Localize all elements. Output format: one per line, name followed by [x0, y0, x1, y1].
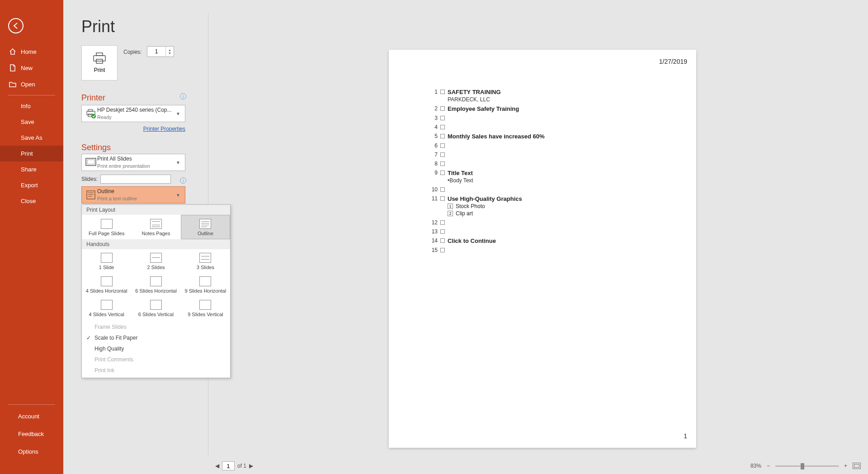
- thumb-icon: [199, 219, 211, 229]
- nav-options[interactable]: Options: [0, 443, 63, 460]
- thumb-icon: [101, 219, 113, 229]
- print-button[interactable]: Print: [81, 45, 118, 81]
- sidebar-divider-bottom: [8, 404, 55, 405]
- outline-number: 4: [429, 124, 438, 130]
- outline-title: Employee Safety Training: [448, 105, 519, 112]
- current-page-input[interactable]: [222, 461, 235, 470]
- outline-row: 9Title Text•Body Text: [429, 170, 678, 184]
- outline-row: 10: [429, 186, 678, 193]
- thumb-icon: [101, 300, 113, 310]
- outline-number: 10: [429, 186, 438, 193]
- outline-content: Click to Continue: [448, 237, 496, 244]
- outline-row: 6: [429, 142, 678, 149]
- zoom-in-button[interactable]: +: [844, 463, 847, 469]
- printer-info-icon[interactable]: i: [180, 93, 186, 100]
- outline-number: 11: [429, 195, 438, 202]
- outline-numbered-sub: 2Clip art: [448, 210, 522, 217]
- svg-rect-13: [87, 191, 95, 199]
- opt-frame-slides: Frame Slides: [82, 322, 230, 332]
- thumb-icon: [150, 219, 162, 229]
- nav-share[interactable]: Share: [0, 161, 63, 177]
- outline-title: Use High-Quality Graphics: [448, 195, 522, 202]
- nav-save[interactable]: Save: [0, 114, 63, 130]
- slides-info-icon[interactable]: i: [180, 177, 186, 184]
- opt-scale-to-fit[interactable]: Scale to Fit Paper: [82, 332, 230, 343]
- copies-stepper[interactable]: ▲▼: [147, 46, 174, 57]
- handout-9h[interactable]: 9 Slides Horizontal: [181, 273, 230, 296]
- nav-open-label: Open: [21, 81, 35, 88]
- printer-dropdown[interactable]: HP Deskjet 2540 series (Cop... Ready ▼: [81, 105, 185, 122]
- handout-6h[interactable]: 6 Slides Horizontal: [131, 273, 180, 296]
- slides-range-input[interactable]: [100, 175, 171, 184]
- copies-spin-arrows[interactable]: ▲▼: [165, 47, 174, 57]
- thumb-icon: [199, 300, 211, 310]
- layout-outline[interactable]: Outline: [181, 215, 230, 239]
- print-what-dropdown[interactable]: Print All Slides Print entire presentati…: [81, 154, 185, 171]
- handout-2[interactable]: 2 Slides: [131, 249, 180, 273]
- nav-info[interactable]: Info: [0, 98, 63, 114]
- outline-row: 8: [429, 161, 678, 167]
- handout-4h[interactable]: 4 Slides Horizontal: [82, 273, 131, 296]
- outline-row: 12: [429, 219, 678, 226]
- nav-new[interactable]: New: [0, 60, 63, 76]
- nav-close[interactable]: Close: [0, 193, 63, 209]
- nav-save-as-label: Save As: [21, 134, 42, 141]
- copies-input[interactable]: [147, 48, 165, 55]
- outline-icon: [85, 190, 97, 200]
- nav-home[interactable]: Home: [0, 43, 63, 60]
- back-button[interactable]: [8, 18, 24, 33]
- handout-4h-label: 4 Slides Horizontal: [86, 288, 127, 294]
- handout-3[interactable]: 3 Slides: [181, 249, 230, 273]
- printer-name: HP Deskjet 2540 series (Cop...: [97, 107, 174, 114]
- layout-dropdown[interactable]: Outline Print a text outline ▼: [81, 186, 185, 204]
- handout-6v[interactable]: 6 Slides Vertical: [131, 296, 180, 320]
- prev-page-button[interactable]: ◀: [215, 463, 219, 469]
- zoom-slider[interactable]: [775, 465, 839, 467]
- slide-box-icon: [440, 90, 445, 94]
- nav-close-label: Close: [21, 198, 36, 204]
- chevron-down-icon: ▼: [174, 193, 182, 198]
- slide-box-icon: [440, 152, 445, 157]
- fit-to-window-button[interactable]: [853, 463, 861, 469]
- handout-9v[interactable]: 9 Slides Vertical: [181, 296, 230, 320]
- page-title: Print: [81, 17, 115, 36]
- nav-print[interactable]: Print: [0, 146, 63, 161]
- handout-4v[interactable]: 4 Slides Vertical: [82, 296, 131, 320]
- print-what-sub: Print entire presentation: [97, 163, 174, 169]
- outline-number: 12: [429, 219, 438, 226]
- svg-rect-12: [87, 160, 94, 164]
- nav-open[interactable]: Open: [0, 76, 63, 92]
- handout-9v-label: 9 Slides Vertical: [188, 312, 223, 317]
- printer-heading: Printer: [81, 93, 105, 103]
- slides-label: Slides:: [81, 176, 98, 182]
- handout-9h-label: 9 Slides Horizontal: [184, 288, 226, 294]
- nav-account[interactable]: Account: [0, 408, 63, 425]
- status-bar: ◀ of 1 ▶ 83% − +: [208, 458, 868, 474]
- thumb-icon: [101, 276, 113, 286]
- nav-feedback[interactable]: Feedback: [0, 425, 63, 443]
- preview-page-number: 1: [684, 432, 687, 440]
- outline-number: 1: [429, 89, 438, 95]
- layout-notes-pages[interactable]: Notes Pages: [131, 215, 180, 239]
- nav-save-as[interactable]: Save As: [0, 130, 63, 146]
- print-preview-page: 1/27/2019 1 1SAFETY TRAININGPARKDECK, LL…: [389, 50, 696, 448]
- layout-full-page-label: Full Page Slides: [89, 231, 125, 236]
- outline-row: 13: [429, 228, 678, 235]
- backstage-sidebar: Home New Open Info Save Save As Print Sh…: [0, 0, 63, 474]
- thumb-icon: [101, 253, 113, 263]
- opt-high-quality[interactable]: High Quality: [82, 343, 230, 354]
- svg-rect-4: [96, 53, 103, 56]
- nav-export[interactable]: Export: [0, 177, 63, 193]
- handout-3-label: 3 Slides: [197, 265, 214, 270]
- handout-1[interactable]: 1 Slide: [82, 249, 131, 273]
- layout-full-page-slides[interactable]: Full Page Slides: [82, 215, 131, 239]
- outline-content: Title Text•Body Text: [448, 170, 473, 184]
- new-icon: [9, 64, 16, 71]
- outline-content: Use High-Quality Graphics1Stock Photo2Cl…: [448, 195, 522, 217]
- preview-outline: 1SAFETY TRAININGPARKDECK, LLC2Employee S…: [429, 89, 678, 256]
- print-what-title: Print All Slides: [97, 156, 174, 163]
- zoom-out-button[interactable]: −: [767, 463, 770, 469]
- next-page-button[interactable]: ▶: [249, 463, 253, 469]
- printer-properties-link[interactable]: Printer Properties: [143, 126, 185, 132]
- sub-text: Stock Photo: [456, 203, 485, 209]
